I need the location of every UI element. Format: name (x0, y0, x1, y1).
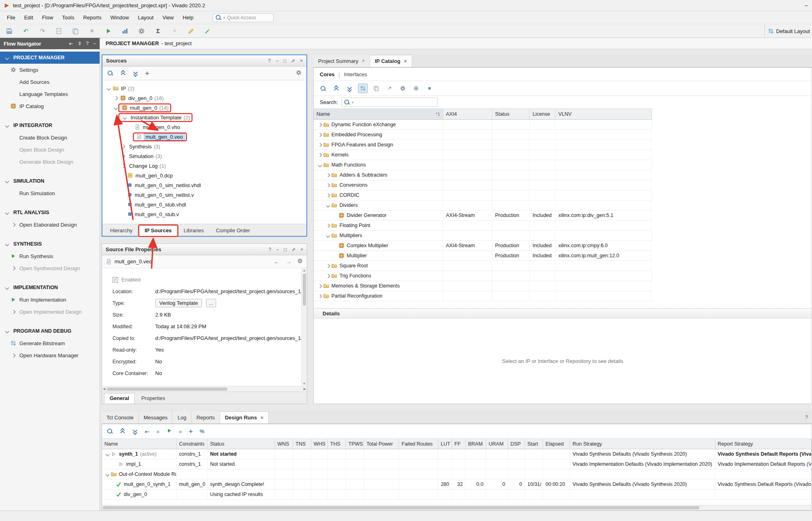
tab-project-summary[interactable]: Project Summary× (313, 55, 370, 67)
flownav-section-project-manager[interactable]: PROJECT MANAGER (0, 52, 100, 64)
layout-selector[interactable]: Default Layout (764, 25, 812, 38)
minimize-panel-icon[interactable]: − (93, 41, 96, 46)
scrollbar-thumb[interactable] (303, 273, 306, 306)
collapse-all-icon[interactable] (120, 70, 126, 76)
tree-row-change-log[interactable]: Change Log(1) (102, 161, 306, 171)
maximize-icon[interactable]: ⇗ (291, 247, 296, 252)
chevron-right-icon[interactable] (121, 144, 125, 148)
tree-row-sim-netlist-v[interactable]: mult_gen_0_sim_netlist.v (102, 190, 306, 200)
menu-edit[interactable]: Edit (20, 13, 37, 23)
add-sources-icon[interactable]: + (145, 69, 149, 77)
undo-button[interactable]: ↶ (21, 27, 30, 35)
run-button[interactable] (104, 27, 113, 35)
flownav-item-run-implementation[interactable]: Run Implementation (0, 294, 100, 306)
expand-collapse-icon[interactable]: ⇕ (77, 41, 81, 46)
column-header-status[interactable]: Status (492, 109, 530, 119)
tab-libraries[interactable]: Libraries (178, 225, 210, 236)
forward-icon[interactable]: → (285, 258, 291, 265)
chevron-down-icon[interactable] (318, 163, 322, 167)
column-header-name[interactable]: Name^1 (314, 109, 443, 119)
tree-row-vho-file[interactable]: mult_gen_0.vho (102, 122, 306, 132)
chevron-right-icon[interactable] (326, 274, 330, 278)
tab-compile-order[interactable]: Compile Order (210, 225, 256, 236)
scrollbar-thumb[interactable] (106, 388, 227, 391)
flownav-item-generate-bitstream[interactable]: Generate Bitstream (0, 337, 100, 349)
chevron-right-icon[interactable] (326, 193, 330, 197)
chevron-right-icon[interactable] (318, 123, 322, 127)
expand-all-icon[interactable] (133, 70, 138, 76)
minimize-icon[interactable]: − (276, 247, 279, 252)
tree-row-sim-netlist-vhdl[interactable]: mult_gen_0_sim_netlist.vhdl (102, 180, 306, 190)
flownav-item-run-synthesis[interactable]: Run Synthesis (0, 250, 100, 262)
column-header[interactable]: LUT (438, 439, 452, 449)
chevron-down-icon[interactable] (123, 115, 127, 119)
scroll-up-icon[interactable]: ▲ (303, 269, 306, 272)
quick-access-search[interactable]: ▾ Quick Access (212, 13, 274, 22)
vertical-scrollbar[interactable]: ▲ ▼ (301, 268, 307, 386)
column-header-vlnv[interactable]: VLNV (556, 109, 652, 119)
menu-flow[interactable]: Flow (37, 13, 57, 23)
chevron-right-icon[interactable] (326, 173, 330, 177)
catalog-row-divider-generator[interactable]: Divider GeneratorAXI4-StreamProductionIn… (314, 210, 652, 221)
delete-button[interactable]: × (87, 27, 96, 35)
column-header[interactable]: Status (208, 439, 275, 449)
close-icon[interactable]: × (260, 415, 263, 421)
save-button[interactable] (5, 27, 14, 35)
column-header[interactable]: URAM (486, 439, 508, 449)
run-row-mult-gen-synth[interactable]: mult_gen_0_synth_1 mult_gen_0 synth_desi… (102, 479, 812, 490)
catalog-row-multiplier[interactable]: MultiplierProductionIncludedxilinx.com:i… (314, 251, 652, 261)
tab-reports[interactable]: Reports (192, 411, 220, 423)
collapse-all-icon[interactable] (331, 83, 341, 93)
close-icon[interactable]: × (404, 58, 407, 64)
chevron-right-icon[interactable] (121, 154, 125, 158)
horizontal-scrollbar[interactable] (102, 505, 812, 510)
step-back-icon[interactable]: « (156, 428, 160, 435)
restart-run-icon[interactable]: ⇤ (145, 428, 150, 435)
column-header-license[interactable]: License (530, 109, 556, 119)
catalog-row[interactable]: Memories & Storage Elements (314, 281, 652, 291)
tree-row-simulation[interactable]: Simulation(3) (102, 151, 306, 161)
flownav-item-open-block-design[interactable]: Open Block Design (0, 144, 100, 156)
tree-row-div-gen[interactable]: div_gen_0(16) (102, 93, 306, 103)
settings-button[interactable] (137, 27, 146, 35)
compare-versions-icon[interactable] (371, 83, 381, 93)
flownav-section-program-and-debug[interactable]: PROGRAM AND DEBUG (0, 325, 100, 337)
menu-layout[interactable]: Layout (133, 13, 158, 23)
details-toggle-icon[interactable]: ■ (425, 83, 434, 93)
catalog-row[interactable]: Dynamic Function eXchange (314, 120, 652, 130)
column-header[interactable]: WNS (275, 439, 293, 449)
launch-run-icon[interactable] (167, 428, 172, 435)
menu-file[interactable]: File (2, 13, 20, 23)
tab-ip-catalog[interactable]: IP Catalog× (370, 55, 412, 67)
catalog-row[interactable]: FPGA Features and Design (314, 140, 652, 150)
tree-row-dcp-file[interactable]: mult_gen_0.dcp (102, 171, 306, 180)
flownav-item-language-templates[interactable]: Language Templates (0, 88, 100, 100)
scroll-down-icon[interactable]: ▼ (303, 382, 306, 386)
subtab-interfaces[interactable]: Interfaces (344, 71, 367, 77)
catalog-row-dividers[interactable]: Dividers (314, 200, 652, 210)
catalog-row[interactable]: CORDIC (314, 190, 652, 200)
close-icon[interactable]: × (300, 58, 303, 64)
tree-row-stub-v[interactable]: mult_gen_0_stub.v (102, 209, 306, 219)
chevron-down-icon[interactable] (105, 452, 109, 456)
settings-gear-icon[interactable] (296, 70, 302, 77)
tab-general[interactable]: General (104, 393, 135, 404)
tree-row-ip[interactable]: IP(2) (102, 83, 306, 93)
chevron-down-icon[interactable] (326, 203, 330, 207)
menu-help[interactable]: Help (178, 13, 198, 23)
chevron-down-icon[interactable] (114, 106, 118, 110)
redo-button[interactable]: ↷ (38, 27, 47, 35)
menu-view[interactable]: View (158, 13, 178, 23)
debug-probe-button[interactable] (203, 27, 212, 35)
help-icon[interactable]: ? (268, 58, 271, 64)
column-header[interactable]: Name (102, 439, 177, 449)
flownav-item-open-hardware-manager[interactable]: Open Hardware Manager (0, 349, 100, 361)
catalog-row[interactable]: Kernels (314, 150, 652, 160)
customize-ip-icon[interactable] (385, 83, 394, 93)
tab-tcl-console[interactable]: Tcl Console (102, 411, 139, 423)
column-header[interactable]: DSP (508, 439, 525, 449)
scroll-left-icon[interactable]: ◀ (103, 387, 105, 391)
column-header[interactable]: TPWS (346, 439, 364, 449)
tab-ip-sources[interactable]: IP Sources (139, 225, 177, 236)
minimize-icon[interactable]: − (276, 58, 279, 64)
